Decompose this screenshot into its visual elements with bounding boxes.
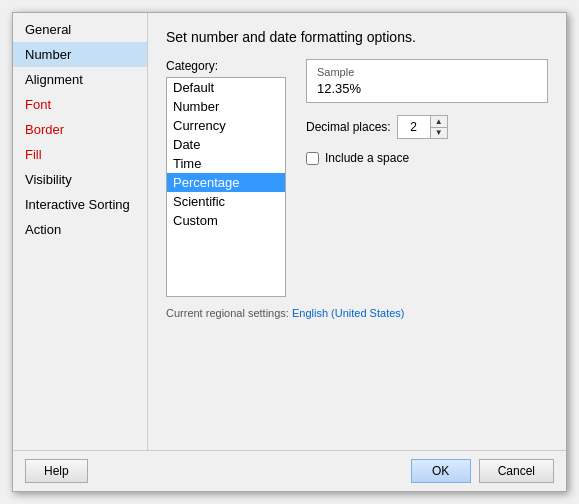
sidebar-item-fill[interactable]: Fill — [13, 142, 147, 167]
sidebar-item-number[interactable]: Number — [13, 42, 147, 67]
include-space-row: Include a space — [306, 151, 548, 165]
content-area: Category: DefaultNumberCurrencyDateTimeP… — [166, 59, 548, 297]
category-item-default[interactable]: Default — [167, 78, 285, 97]
sidebar: GeneralNumberAlignmentFontBorderFillVisi… — [13, 13, 148, 450]
include-space-checkbox[interactable] — [306, 152, 319, 165]
sidebar-item-border[interactable]: Border — [13, 117, 147, 142]
sidebar-item-alignment[interactable]: Alignment — [13, 67, 147, 92]
category-item-percentage[interactable]: Percentage — [167, 173, 285, 192]
category-panel: Category: DefaultNumberCurrencyDateTimeP… — [166, 59, 286, 297]
category-item-scientific[interactable]: Scientific — [167, 192, 285, 211]
decimal-label: Decimal places: — [306, 120, 391, 134]
regional-prefix: Current regional settings: — [166, 307, 289, 319]
content-panel: Set number and date formatting options. … — [148, 13, 566, 450]
dialog-footer: Help OK Cancel — [13, 450, 566, 491]
sample-value: 12.35% — [317, 81, 537, 96]
cancel-button[interactable]: Cancel — [479, 459, 554, 483]
category-item-currency[interactable]: Currency — [167, 116, 285, 135]
content-heading: Set number and date formatting options. — [166, 29, 548, 45]
sample-label: Sample — [317, 66, 537, 78]
ok-button[interactable]: OK — [411, 459, 471, 483]
regional-footer: Current regional settings: English (Unit… — [166, 297, 548, 319]
spin-down-button[interactable]: ▼ — [431, 127, 447, 138]
footer-left: Help — [25, 459, 88, 483]
sidebar-item-general[interactable]: General — [13, 17, 147, 42]
category-list[interactable]: DefaultNumberCurrencyDateTimePercentageS… — [166, 77, 286, 297]
dialog: GeneralNumberAlignmentFontBorderFillVisi… — [12, 12, 567, 492]
category-item-number[interactable]: Number — [167, 97, 285, 116]
help-button[interactable]: Help — [25, 459, 88, 483]
category-item-custom[interactable]: Custom — [167, 211, 285, 230]
dialog-body: GeneralNumberAlignmentFontBorderFillVisi… — [13, 13, 566, 450]
sidebar-item-visibility[interactable]: Visibility — [13, 167, 147, 192]
category-item-date[interactable]: Date — [167, 135, 285, 154]
footer-right: OK Cancel — [411, 459, 554, 483]
spin-up-button[interactable]: ▲ — [431, 116, 447, 127]
decimal-row: Decimal places: ▲ ▼ — [306, 115, 548, 139]
options-panel: Sample 12.35% Decimal places: ▲ ▼ — [306, 59, 548, 297]
sample-box: Sample 12.35% — [306, 59, 548, 103]
sidebar-item-font[interactable]: Font — [13, 92, 147, 117]
category-label: Category: — [166, 59, 286, 73]
sidebar-item-action[interactable]: Action — [13, 217, 147, 242]
category-item-time[interactable]: Time — [167, 154, 285, 173]
spin-buttons: ▲ ▼ — [430, 116, 447, 138]
sidebar-item-interactive-sorting[interactable]: Interactive Sorting — [13, 192, 147, 217]
include-space-label: Include a space — [325, 151, 409, 165]
decimal-input[interactable] — [398, 116, 430, 138]
regional-value[interactable]: English (United States) — [292, 307, 405, 319]
decimal-input-wrap: ▲ ▼ — [397, 115, 448, 139]
